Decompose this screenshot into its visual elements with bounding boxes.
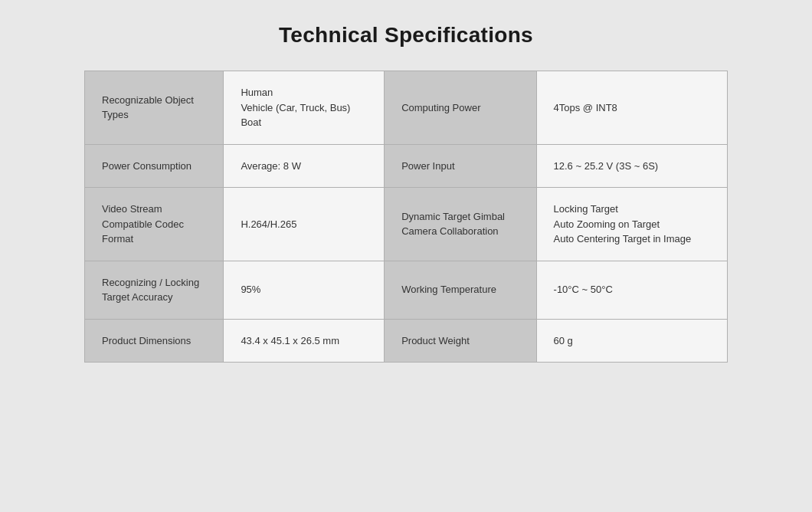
row-0-value-right: 4Tops @ INT8 (536, 71, 727, 145)
row-2-label-left: Video Stream Compatible Codec Format (85, 188, 224, 261)
row-0-value-left: HumanVehicle (Car, Truck, Bus)Boat (224, 71, 385, 145)
row-3-label-left: Recognizing / Locking Target Accuracy (85, 261, 224, 319)
row-2-value-right: Locking TargetAuto Zooming on TargetAuto… (536, 188, 727, 261)
table-row: Recognizing / Locking Target Accuracy95%… (85, 261, 728, 319)
row-0-label-left: Recognizable Object Types (85, 71, 224, 145)
specs-table: Recognizable Object TypesHumanVehicle (C… (84, 71, 728, 363)
row-1-label-left: Power Consumption (85, 144, 224, 188)
row-4-value-right: 60 g (536, 319, 727, 363)
row-4-value-left: 43.4 x 45.1 x 26.5 mm (224, 319, 385, 363)
row-0-label-right: Computing Power (385, 71, 536, 145)
table-row: Video Stream Compatible Codec FormatH.26… (85, 188, 728, 261)
row-4-label-right: Product Weight (385, 319, 536, 363)
table-row: Recognizable Object TypesHumanVehicle (C… (85, 71, 728, 145)
table-row: Product Dimensions43.4 x 45.1 x 26.5 mmP… (85, 319, 728, 363)
row-3-value-left: 95% (224, 261, 385, 319)
row-1-value-left: Average: 8 W (224, 144, 385, 188)
row-3-label-right: Working Temperature (385, 261, 536, 319)
table-row: Power ConsumptionAverage: 8 WPower Input… (85, 144, 728, 188)
row-3-value-right: -10°C ~ 50°C (536, 261, 727, 319)
row-1-label-right: Power Input (385, 144, 536, 188)
row-4-label-left: Product Dimensions (85, 319, 224, 363)
row-2-value-left: H.264/H.265 (224, 188, 385, 261)
row-2-label-right: Dynamic Target Gimbal Camera Collaborati… (385, 188, 536, 261)
row-1-value-right: 12.6 ~ 25.2 V (3S ~ 6S) (536, 144, 727, 188)
page-title: Technical Specifications (279, 23, 533, 48)
